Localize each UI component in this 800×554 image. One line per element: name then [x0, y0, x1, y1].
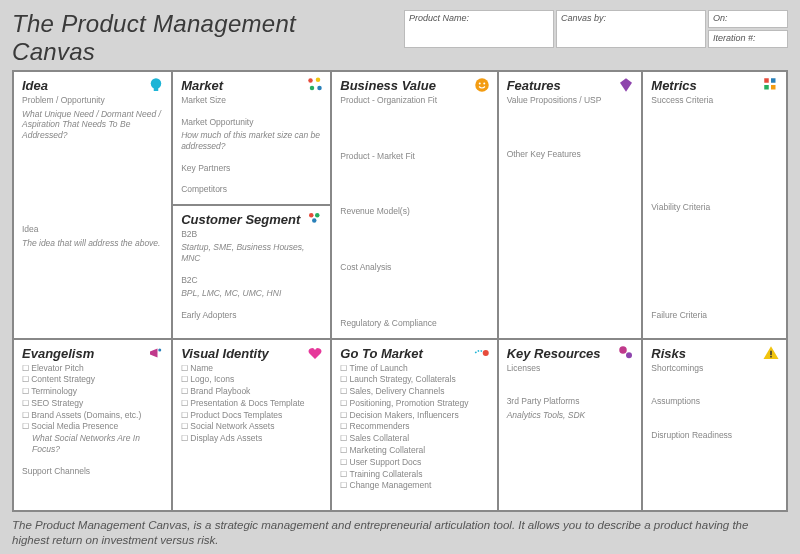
- svg-point-11: [483, 83, 485, 85]
- cell-market: Market Market Size Market Opportunity Ho…: [172, 71, 331, 205]
- canvas-by-field[interactable]: Canvas by:: [556, 10, 706, 48]
- list-item: Sales Collateral: [340, 433, 488, 445]
- product-name-field[interactable]: Product Name:: [404, 10, 554, 48]
- cell-business-value: Business Value Product - Organization Fi…: [331, 71, 497, 339]
- keyres-l1: Licenses: [507, 363, 634, 374]
- list-item: Positioning, Promotion Strategy: [340, 398, 488, 410]
- svg-point-8: [312, 218, 317, 223]
- cell-risks: Risks Shortcomings Assumptions Disruptio…: [642, 339, 787, 512]
- risks-l2: Assumptions: [651, 396, 778, 407]
- metrics-title: Metrics: [651, 78, 778, 93]
- risks-l3: Disruption Readiness: [651, 430, 778, 441]
- svg-point-7: [315, 213, 320, 218]
- gtm-list: Time of LaunchLaunch Strategy, Collatera…: [340, 363, 488, 493]
- svg-point-2: [309, 78, 314, 83]
- svg-rect-1: [154, 88, 159, 91]
- keyres-l2: 3rd Party Platforms: [507, 396, 634, 407]
- svg-marker-12: [620, 78, 632, 92]
- customer-l1s: Startup, SME, Business Houses, MNC: [181, 242, 322, 263]
- customer-l2: B2C: [181, 275, 322, 286]
- svg-rect-24: [770, 356, 772, 358]
- svg-point-18: [158, 348, 161, 351]
- list-item: User Support Docs: [340, 457, 488, 469]
- bizval-title: Business Value: [340, 78, 488, 93]
- bizval-l4: Cost Analysis: [340, 262, 488, 273]
- list-item: Social Network Assets: [181, 421, 322, 433]
- metrics-l3: Failure Criteria: [651, 310, 778, 321]
- gears-icon: [617, 344, 635, 362]
- list-item: Product Docs Templates: [181, 410, 322, 422]
- keyres-l2s: Analytics Tools, SDK: [507, 410, 634, 421]
- svg-point-4: [310, 86, 315, 91]
- metrics-l2: Viability Criteria: [651, 202, 778, 213]
- list-item: Terminology: [22, 386, 163, 398]
- list-item: Display Ads Assets: [181, 433, 322, 445]
- market-l3: Key Partners: [181, 163, 322, 174]
- svg-point-6: [309, 213, 314, 218]
- list-item: Brand Playbook: [181, 386, 322, 398]
- market-l4: Competitors: [181, 184, 322, 195]
- market-title: Market: [181, 78, 322, 93]
- bizval-l5: Regulatory & Compliance: [340, 318, 488, 329]
- svg-rect-13: [764, 78, 769, 83]
- features-l2: Other Key Features: [507, 149, 634, 160]
- evangelism-list: Elevator PitchContent StrategyTerminolog…: [22, 363, 163, 434]
- warning-icon: [762, 344, 780, 362]
- bizval-l2: Product - Market Fit: [340, 151, 488, 162]
- page-title: The Product Management Canvas: [12, 10, 386, 66]
- list-item: SEO Strategy: [22, 398, 163, 410]
- bizval-l1: Product - Organization Fit: [340, 95, 488, 106]
- svg-point-20: [620, 346, 628, 354]
- features-title: Features: [507, 78, 634, 93]
- list-item: Decision Makers, Influencers: [340, 410, 488, 422]
- list-item: Logo, Icons: [181, 374, 322, 386]
- risks-title: Risks: [651, 346, 778, 361]
- list-item: Sales, Delivery Channels: [340, 386, 488, 398]
- megaphone-icon: [147, 344, 165, 362]
- list-item: Social Media Presence: [22, 421, 163, 433]
- list-item: Elevator Pitch: [22, 363, 163, 375]
- svg-point-9: [475, 78, 489, 92]
- cell-key-resources: Key Resources Licenses 3rd Party Platfor…: [498, 339, 643, 512]
- market-l1: Market Size: [181, 95, 322, 106]
- cell-evangelism: Evangelism Elevator PitchContent Strateg…: [13, 339, 172, 512]
- list-item: Brand Assets (Domains, etc.): [22, 410, 163, 422]
- lightbulb-icon: [147, 76, 165, 94]
- idea-title: Idea: [22, 78, 163, 93]
- svg-point-3: [316, 78, 321, 83]
- list-item: Recommenders: [340, 421, 488, 433]
- diamond-icon: [617, 76, 635, 94]
- idea-l1: Problem / Opportunity: [22, 95, 163, 106]
- keyres-title: Key Resources: [507, 346, 634, 361]
- on-field[interactable]: On:: [708, 10, 788, 28]
- list-item: Presentation & Docs Template: [181, 398, 322, 410]
- grid-squares-icon: [762, 76, 780, 94]
- cell-go-to-market: Go To Market Time of LaunchLaunch Strate…: [331, 339, 497, 512]
- customer-title: Customer Segment: [181, 212, 322, 227]
- idea-l1s: What Unique Need / Dormant Need / Aspira…: [22, 109, 163, 141]
- list-item: Marketing Collateral: [340, 445, 488, 457]
- customer-l3: Early Adopters: [181, 310, 322, 321]
- customer-l2s: BPL, LMC, MC, UMC, HNI: [181, 288, 322, 299]
- market-l2: Market Opportunity: [181, 117, 322, 128]
- cell-idea: Idea Problem / Opportunity What Unique N…: [13, 71, 172, 339]
- idea-l2: Idea: [22, 224, 163, 235]
- map-pin-icon: [473, 344, 491, 362]
- svg-point-21: [626, 352, 632, 358]
- heart-icon: [306, 344, 324, 362]
- market-l2s: How much of this market size can be addr…: [181, 130, 322, 151]
- svg-point-10: [478, 83, 480, 85]
- svg-point-5: [318, 86, 323, 91]
- evangelism-note: What Social Networks Are In Focus?: [22, 433, 163, 454]
- iteration-field[interactable]: Iteration #:: [708, 30, 788, 48]
- list-item: Launch Strategy, Collaterals: [340, 374, 488, 386]
- bizval-l3: Revenue Model(s): [340, 206, 488, 217]
- meta-fields: Product Name: Canvas by: On: Iteration #…: [404, 10, 788, 48]
- canvas-grid: Idea Problem / Opportunity What Unique N…: [12, 70, 788, 512]
- svg-rect-16: [771, 85, 776, 90]
- cell-customer-segment: Customer Segment B2B Startup, SME, Busin…: [172, 205, 331, 339]
- list-item: Training Collaterals: [340, 469, 488, 481]
- svg-rect-15: [764, 85, 769, 90]
- visual-title: Visual Identity: [181, 346, 322, 361]
- cell-metrics: Metrics Success Criteria Viability Crite…: [642, 71, 787, 339]
